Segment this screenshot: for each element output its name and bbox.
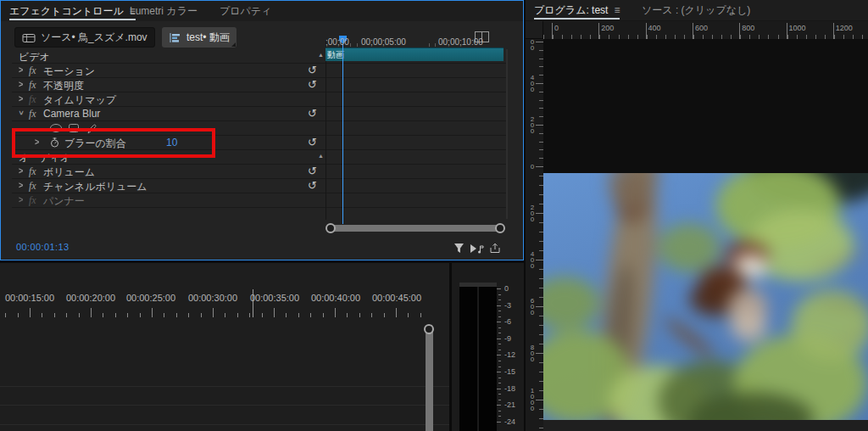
active-tab-underline	[534, 18, 620, 20]
timeline-ruler-tick	[103, 313, 103, 317]
effect-row[interactable]: >fxタイムリマップ	[12, 92, 508, 107]
effect-row[interactable]: >fxCamera Blur↺	[12, 107, 508, 121]
effect-panel-timecode[interactable]: 00:00:01:13	[16, 242, 70, 252]
timeline-ruler-label: 00:00:45:00	[372, 293, 421, 303]
h-ruler-label: 1000	[789, 24, 806, 32]
timeline-ruler-tick	[310, 313, 311, 317]
tab-source-monitor[interactable]: ソース : (クリップなし)	[642, 0, 750, 20]
db-scale-label: -12	[504, 350, 515, 359]
db-scale-tick	[498, 367, 501, 367]
db-scale-label: -24	[504, 417, 515, 426]
h-ruler-label: 800	[742, 24, 754, 32]
timeline-ruler-tick	[384, 313, 385, 317]
timeline-ruler-tick	[249, 313, 250, 317]
v-ruler-label: 200	[527, 116, 537, 134]
effect-row[interactable]: >fxパンナー	[12, 193, 508, 208]
v-ruler-label: 200	[527, 204, 537, 222]
timeline-ruler-tick	[188, 313, 189, 317]
program-panel-menu-icon[interactable]: ≡	[614, 4, 620, 16]
timeline-ruler-label: 00:00:40:00	[311, 293, 360, 303]
db-scale-label: 0	[504, 284, 509, 293]
mini-timeline-scroll-edge[interactable]	[506, 49, 508, 219]
filter-icon[interactable]	[453, 242, 465, 257]
reset-icon[interactable]: ↺	[308, 78, 317, 91]
timeline-scrollbar-knob[interactable]	[424, 324, 434, 334]
db-scale-label: -18	[504, 384, 515, 393]
db-scale-label: -15	[504, 367, 515, 376]
timeline-ruler-tick	[5, 313, 6, 317]
timeline-ruler-label: 00:00:20:00	[66, 293, 115, 303]
db-scale-tick	[497, 322, 501, 322]
reset-icon[interactable]: ↺	[308, 136, 317, 148]
chevron-right-icon[interactable]: >	[19, 79, 23, 89]
reset-icon[interactable]: ↺	[308, 64, 317, 76]
playhead-line[interactable]	[342, 40, 343, 224]
timeline-ruler-tick	[30, 308, 31, 317]
effect-row[interactable]: >fxモーション↺	[12, 64, 508, 78]
mini-ruler-tick	[350, 43, 351, 47]
timeline-ruler-tick	[298, 313, 299, 317]
chevron-right-icon[interactable]: >	[19, 64, 23, 75]
collapse-arrow-icon[interactable]: ▲	[318, 52, 324, 58]
db-scale-tick	[497, 405, 501, 406]
sequence-button-label: test• 動画	[186, 31, 230, 45]
scrollbar-left-knob[interactable]	[326, 223, 336, 233]
timeline-ruler-tick	[262, 313, 263, 317]
timeline-ruler-tick	[237, 313, 238, 317]
effect-row[interactable]: >fxチャンネルボリューム↺	[12, 179, 508, 193]
play-audio-icon[interactable]	[470, 242, 485, 257]
timeline-ruler-tick	[347, 313, 348, 317]
timeline-ruler-tick	[323, 313, 324, 317]
collapse-arrow-icon[interactable]: ▲	[318, 153, 324, 159]
reset-icon[interactable]: ↺	[308, 107, 317, 120]
audio-meter-left-channel	[459, 287, 477, 431]
chevron-right-icon[interactable]: >	[19, 93, 23, 104]
chevron-right-icon[interactable]: >	[19, 194, 23, 204]
timeline-ruler-tick	[176, 313, 177, 317]
clip-bar-label: 動画	[327, 50, 344, 59]
sequence-button[interactable]: test• 動画	[162, 27, 236, 48]
effects-horizontal-scrollbar[interactable]	[330, 225, 500, 232]
timeline-ruler-tick	[335, 308, 336, 317]
db-scale-tick	[498, 316, 501, 317]
tab-lumetri-color[interactable]: Lumetri カラー	[130, 1, 198, 21]
timeline-vertical-scrollbar[interactable]	[426, 329, 433, 431]
tab-program[interactable]: プログラム: test≡	[534, 0, 620, 20]
chevron-right-icon[interactable]: >	[19, 165, 23, 176]
monitor-pasteboard	[543, 39, 868, 173]
source-clip-button[interactable]: ソース• 鳥_スズメ.mov	[14, 27, 155, 48]
timeline-ruler-label: 00:00:30:00	[188, 293, 237, 303]
db-scale-tick	[498, 344, 501, 344]
db-scale-tick	[498, 294, 501, 295]
db-scale-tick	[498, 311, 501, 311]
tab-properties[interactable]: プロパティ	[220, 1, 271, 21]
db-scale-tick	[497, 305, 501, 306]
tab-effect-controls[interactable]: エフェクトコントロール≡	[9, 1, 136, 21]
timeline-ruler-tick	[359, 313, 360, 317]
program-vertical-ruler[interactable]: 60040020002004006008001000	[526, 21, 543, 431]
db-scale-tick	[497, 372, 501, 372]
db-scale-tick	[497, 389, 501, 389]
timeline-ruler-tick	[408, 313, 409, 317]
fx-badge-icon: fx	[29, 64, 36, 77]
mini-ruler-tick	[357, 43, 358, 47]
monitor-below-frame	[543, 420, 868, 431]
timeline-ruler-tick	[286, 313, 287, 317]
db-scale-tick	[498, 327, 501, 328]
reset-icon[interactable]: ↺	[308, 179, 317, 192]
effect-row[interactable]: >fx不透明度↺	[12, 78, 508, 92]
reset-icon[interactable]: ↺	[308, 165, 317, 177]
effect-row[interactable]: >fxボリューム↺	[12, 165, 508, 179]
export-icon[interactable]	[489, 242, 501, 257]
program-horizontal-ruler[interactable]: 0200400600800100012001400	[543, 21, 868, 39]
chevron-right-icon[interactable]: >	[19, 180, 23, 190]
scrollbar-right-knob[interactable]	[495, 223, 505, 233]
chevron-down-icon[interactable]: >	[17, 110, 25, 115]
effect-panel-tabbar: エフェクトコントロール≡ Lumetri カラー プロパティ	[1, 1, 523, 21]
timeline-ruler-tick	[79, 313, 80, 317]
db-scale-tick	[497, 339, 501, 339]
h-ruler-label: 400	[648, 24, 661, 32]
tab-effect-controls-label: エフェクトコントロール	[9, 5, 124, 17]
timeline-ruler-tick	[127, 313, 128, 317]
clip-bar[interactable]: 動画	[326, 48, 504, 61]
